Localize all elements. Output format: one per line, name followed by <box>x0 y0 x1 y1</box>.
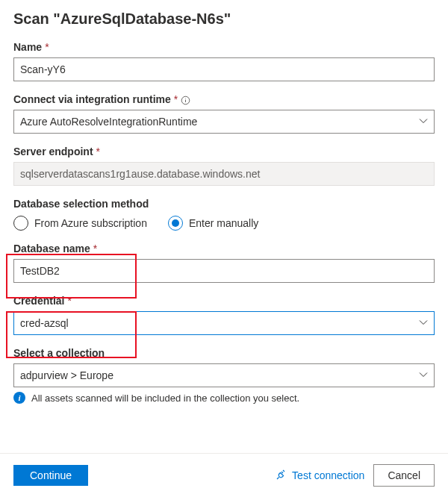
endpoint-readonly: sqlserverdatascans1rg1ause.database.wind… <box>13 162 435 186</box>
runtime-select[interactable]: Azure AutoResolveIntegrationRuntime <box>13 110 435 134</box>
continue-button[interactable]: Continue <box>13 465 88 486</box>
dbselection-label: Database selection method <box>13 198 435 210</box>
info-badge-icon: i <box>13 392 25 404</box>
credential-select[interactable]: cred-azsql <box>13 311 435 335</box>
info-icon[interactable] <box>181 93 190 105</box>
radio-enter-manually[interactable]: Enter manually <box>168 216 258 231</box>
page-title: Scan "AzureSqlDatabase-N6s" <box>13 10 435 28</box>
plug-icon <box>276 469 287 483</box>
runtime-label: Connect via integration runtime* <box>13 93 435 105</box>
collection-select[interactable]: adpurview > Europe <box>13 363 435 387</box>
dbselection-radio-group: From Azure subscription Enter manually <box>13 216 435 231</box>
radio-icon-unchecked <box>13 216 28 231</box>
dbname-label: Database name* <box>13 243 435 254</box>
name-label: Name* <box>13 41 435 53</box>
credential-label: Credential* <box>13 295 435 307</box>
svg-point-2 <box>185 98 186 99</box>
dbname-input[interactable] <box>13 259 435 283</box>
radio-from-subscription[interactable]: From Azure subscription <box>13 216 147 231</box>
svg-line-3 <box>281 472 283 473</box>
collection-label: Select a collection <box>13 347 435 359</box>
footer-bar: Continue Test connection Cancel <box>0 453 448 500</box>
chevron-down-icon <box>419 317 428 329</box>
chevron-down-icon <box>419 116 428 128</box>
radio-icon-checked <box>168 216 183 231</box>
name-input[interactable] <box>13 57 435 81</box>
svg-line-4 <box>283 470 284 472</box>
chevron-down-icon <box>419 369 428 381</box>
collection-info: i All assets scanned will be included in… <box>13 392 435 404</box>
test-connection-link[interactable]: Test connection <box>276 469 364 483</box>
endpoint-label: Server endpoint* <box>13 146 435 157</box>
cancel-button[interactable]: Cancel <box>373 464 435 487</box>
